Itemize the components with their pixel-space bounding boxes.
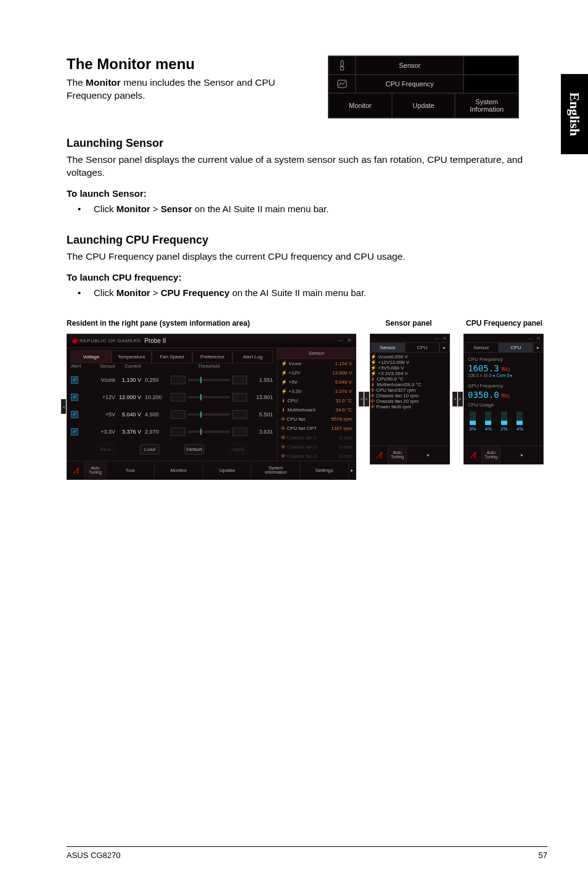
tool-button[interactable]: Tool [105, 461, 154, 479]
threshold-high-handle[interactable] [232, 427, 247, 436]
tab-cpu[interactable]: CPU [405, 342, 439, 353]
monitor-button[interactable]: Monitor [154, 461, 203, 479]
right-tab-sensor[interactable]: Sensor [277, 348, 356, 359]
rog-logo-icon [71, 336, 80, 345]
usage-bar [470, 411, 476, 425]
step-text: Click [94, 204, 116, 214]
tab-fan-speed[interactable]: Fan Speed [152, 350, 192, 363]
tab-cpu[interactable]: CPU [499, 342, 533, 353]
col-threshold: Threshold [145, 363, 273, 369]
sensor-row: ✣ Chassis fan 30 rpm [277, 452, 356, 461]
close-icon[interactable]: ✕ [443, 336, 447, 341]
sensor-row: 🌡 CPU31.0 °C [277, 396, 356, 405]
alert-checkbox[interactable]: ✓ [71, 394, 78, 401]
threshold-high-handle[interactable] [232, 410, 247, 419]
tab-sensor[interactable]: Sensor [370, 342, 405, 353]
auto-tuning-button[interactable]: Auto Tuning [84, 461, 105, 479]
unit-label: MHz [502, 394, 510, 399]
threshold-slider[interactable] [188, 413, 230, 416]
threshold-slider[interactable] [188, 396, 230, 398]
load-button[interactable]: Load [140, 444, 160, 455]
expand-handle-left-2[interactable]: ◂ [452, 392, 457, 406]
tab-sensor[interactable]: Sensor [464, 342, 499, 353]
menu-tab-update[interactable]: Update [392, 93, 455, 118]
minimize-icon[interactable]: — [338, 337, 343, 344]
menu-tab-system-information[interactable]: System Information [455, 93, 518, 118]
sensor-value: 2327 rpm [394, 387, 415, 393]
auto-tuning-button[interactable]: Auto Tuning [481, 446, 500, 464]
expand-handle-left[interactable]: ▸ [364, 392, 369, 406]
sensor-row: 🌡 Motherboard28.0 °C [370, 382, 449, 387]
footer-model: ASUS CG8270 [67, 851, 120, 860]
alert-checkbox[interactable]: ✓ [71, 411, 78, 418]
bolt-icon: ⚡ [370, 354, 377, 360]
update-button[interactable]: Update [203, 461, 251, 479]
tab-scroll-icon[interactable]: ▸ [533, 342, 543, 353]
sysinfo-line1: System [475, 98, 498, 105]
cpu-mult: 100.3 x 16.0 [468, 373, 492, 377]
auto-l1: Auto [393, 450, 401, 455]
fan-icon: ✣ [370, 404, 375, 410]
minimize-icon[interactable]: — [434, 336, 439, 341]
sensor-value: 0 rpm [340, 435, 352, 440]
sensor-row: ✣ Chassis fan 20 rpm [277, 442, 356, 452]
menu-item-sensor[interactable]: Sensor [356, 56, 463, 75]
sensor-row: ✣ Chassis fan 10 rpm [277, 433, 356, 442]
threshold-slider[interactable] [188, 431, 230, 433]
threshold-low-handle[interactable] [171, 376, 186, 384]
settings-button[interactable]: Settings [300, 461, 348, 479]
expand-right-icon[interactable]: ▸ [348, 461, 356, 479]
alert-checkbox[interactable]: ✓ [71, 376, 78, 384]
threshold-slider[interactable] [188, 379, 230, 381]
close-icon[interactable]: ✕ [536, 336, 541, 341]
cpu-freq-sub: 100.3 x 16.0 ◂ Core 0 ▸ [464, 373, 543, 381]
usage-bar [485, 411, 491, 425]
tab-preference[interactable]: Preference [192, 350, 233, 363]
gpu-freq-value: 0350.0MHz [464, 390, 543, 400]
menu-item-cpu-frequency[interactable]: CPU Frequency [356, 75, 463, 93]
threshold-high: 3.631 [250, 429, 273, 435]
more-button[interactable]: ▸ [500, 446, 543, 464]
auto-tuning-button[interactable]: Auto Tuning [388, 446, 406, 464]
bolt-icon: ⚡ [370, 360, 377, 365]
sensor-value: 34.0 °C [335, 407, 352, 413]
expand-handle-left[interactable]: ▸ [458, 392, 463, 406]
minimize-icon[interactable]: — [528, 336, 533, 341]
usage-bar [517, 411, 523, 425]
cpu-usage-core: 2% [500, 411, 508, 432]
default-button[interactable]: Default [184, 444, 204, 455]
threshold-high-handle[interactable] [232, 376, 247, 384]
save-button[interactable]: Save [96, 444, 115, 455]
close-icon[interactable]: ✕ [347, 337, 352, 344]
sensor-name: ⚡ Vcore [281, 361, 301, 366]
fan-icon: ✣ [281, 453, 285, 459]
bolt-icon: ⚡ [281, 370, 287, 376]
threshold-high-handle[interactable] [232, 393, 247, 402]
tab-scroll-icon[interactable]: ▸ [439, 342, 449, 353]
menu-tab-monitor[interactable]: Monitor [329, 93, 392, 118]
auto-l1: Auto [486, 450, 495, 455]
apply-button[interactable]: Apply [229, 444, 248, 455]
more-button[interactable]: ▸ [406, 446, 449, 464]
system-information-button[interactable]: System Information [251, 461, 300, 479]
alert-checkbox[interactable]: ✓ [71, 428, 78, 435]
threshold-low-handle[interactable] [171, 410, 186, 419]
sensor-value: 3.264 V [391, 371, 408, 376]
voltage-row: ✓+12V12.000 V10.20013.801 [71, 389, 273, 406]
cpu-core: Core 0 [496, 373, 509, 377]
expand-handle-left[interactable]: ◂ [61, 399, 66, 414]
sensor-desc: The Sensor panel displays the current va… [67, 154, 547, 179]
ai-suite-logo-icon: 𝛬 [464, 446, 481, 464]
gpu-freq-number: 0350.0 [468, 390, 499, 400]
tab-voltage[interactable]: Voltage [71, 350, 112, 363]
threshold-low-handle[interactable] [171, 393, 186, 402]
cpu-usage-core: 4% [485, 411, 492, 432]
threshold-low-handle[interactable] [171, 427, 186, 436]
brand-label: REPUBLIC OF GAMERS [80, 338, 141, 344]
voltage-row: ✓+5V5.040 V4.5005.501 [71, 406, 273, 423]
expand-handle-left-2[interactable]: ◂ [359, 392, 364, 406]
tab-temperature[interactable]: Temperature [112, 350, 152, 363]
tab-alert-log[interactable]: Alert Log [232, 350, 273, 363]
sensor-value: 0 rpm [406, 393, 419, 398]
sensor-row: ✣ Power fan0 rpm [370, 404, 449, 410]
